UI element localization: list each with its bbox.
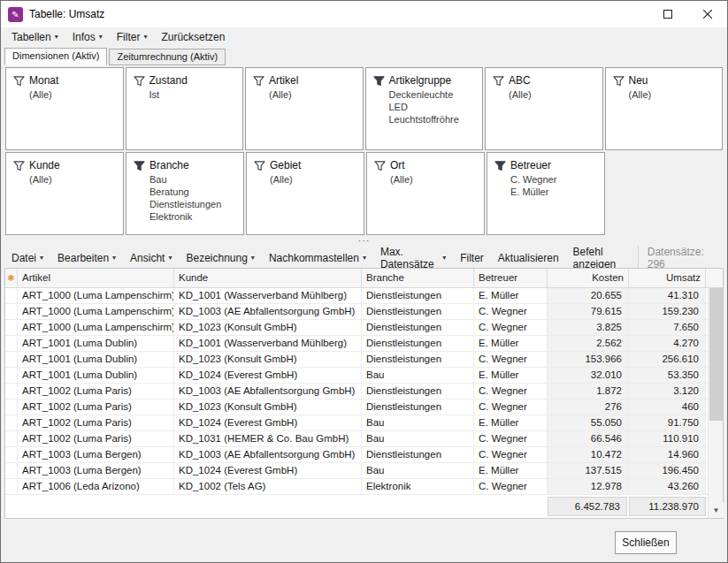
table-row[interactable]: ART_1002 (Luma Paris) KD_1003 (AE Abfall… [5,384,723,399]
dimension-card-artikel[interactable]: Artikel (Alle) [245,67,364,150]
dimension-value: (Alle) [29,88,116,101]
row-selector[interactable] [5,304,18,319]
dimension-card-ort[interactable]: Ort (Alle) [366,152,485,235]
menu-item-filter[interactable]: Filter ▾ [110,27,155,47]
menu-item-zuruecksetzen[interactable]: Zurücksetzen [154,27,232,47]
dimension-values: (Alle) [29,173,116,186]
table-row[interactable]: ART_1001 (Luma Dublin) KD_1023 (Konsult … [5,352,723,368]
dimension-values: (Alle) [390,173,477,186]
row-selector[interactable] [5,368,18,383]
toolbar-item-bezeichnung[interactable]: Bezeichnung ▾ [179,247,261,269]
cell-umsatz: 110.910 [629,431,706,446]
toolbar-item-nachkommastellen[interactable]: Nachkommastellen ▾ [262,247,373,269]
dimension-card-abc[interactable]: ABC (Alle) [485,67,603,150]
cell-kunde: KD_1024 (Everest GmbH) [174,463,362,478]
table-row[interactable]: ART_1003 (Luma Bergen) KD_1003 (AE Abfal… [5,447,723,463]
row-selector[interactable] [5,352,18,367]
cell-umsatz: 159.230 [629,304,706,319]
cell-branche: Bau [362,415,474,430]
app-pen-icon: ✎ [8,7,23,22]
dimension-card-header: Ort [374,159,477,171]
dimension-name: Neu [629,74,648,87]
dimension-value: Dienstleistungen [149,198,236,210]
funnel-icon [13,75,25,87]
column-header-kunde[interactable]: Kunde [174,269,362,287]
table-row[interactable]: ART_1000 (Luma Lampenschirm) KD_1001 (Wa… [5,288,723,304]
row-selector[interactable] [5,415,18,430]
toolbar-item-filter[interactable]: Filter [453,247,491,269]
cell-kosten: 79.615 [548,304,629,319]
vertical-scrollbar[interactable]: ▼ [708,288,723,518]
dimension-card-neu[interactable]: Neu (Alle) [605,67,724,150]
dimension-card-kunde[interactable]: Kunde (Alle) [5,152,124,235]
toolbar-item-befehl-anzeigen[interactable]: Befehl anzeigen [566,247,638,269]
window-title: Tabelle: Umsatz [29,8,104,20]
dimension-row-1: Monat (Alle) Zustand Ist Artikel (Alle) … [5,67,723,150]
table-row[interactable]: ART_1001 (Luma Dublin) KD_1024 (Everest … [5,368,723,384]
record-count: Datensätze: 296 [638,246,720,270]
toolbar-item-bearbeiten[interactable]: Bearbeiten ▾ [50,247,123,269]
table-body: ART_1000 (Luma Lampenschirm) KD_1001 (Wa… [5,288,723,495]
table-row[interactable]: ART_1002 (Luma Paris) KD_1023 (Konsult G… [5,399,723,415]
column-header-branche[interactable]: Branche [362,269,474,287]
row-selector[interactable] [5,431,18,446]
table-row[interactable]: ART_1002 (Luma Paris) KD_1031 (HEMER & C… [5,431,723,447]
toolbar-item-max-datensaetze[interactable]: Max. Datensätze ▾ [373,247,453,269]
toolbar-item-ansicht[interactable]: Ansicht ▾ [123,247,179,269]
menu-item-tabellen[interactable]: Tabellen ▾ [4,27,65,47]
chevron-down-icon: ▾ [143,34,147,41]
funnel-icon [613,75,625,87]
cell-kunde: KD_1002 (Tels AG) [174,479,362,494]
chevron-down-icon: ▾ [112,255,116,262]
table-row[interactable]: ART_1003 (Luma Bergen) KD_1024 (Everest … [5,463,723,479]
window-controls [648,1,727,27]
dimension-value: (Alle) [390,173,477,186]
row-selector[interactable] [5,320,18,335]
row-selector[interactable] [5,384,18,399]
toolbar-item-datei[interactable]: Datei ▾ [4,247,50,269]
dimension-card-artikelgruppe[interactable]: Artikelgruppe DeckenleuchteLEDLeuchtstof… [365,67,484,150]
row-selector[interactable] [5,447,18,462]
column-header-kosten[interactable]: Kosten [548,269,629,287]
table-row[interactable]: ART_1002 (Luma Paris) KD_1024 (Everest G… [5,415,723,431]
table-row[interactable]: ART_1000 (Luma Lampenschirm) KD_1003 (AE… [5,304,723,320]
chevron-down-icon: ▾ [55,34,58,41]
cell-artikel: ART_1006 (Leda Arizono) [18,479,174,494]
maximize-button[interactable] [648,1,687,27]
cell-kosten: 3.825 [548,320,629,335]
dimension-card-branche[interactable]: Branche BauBeratungDienstleistungenElekt… [126,152,244,235]
scrollbar-thumb[interactable] [709,288,723,421]
row-selector[interactable] [5,463,18,478]
menu-item-label: Infos [73,31,96,43]
cell-umsatz: 460 [629,399,706,415]
tab-zeitumrechnung[interactable]: Zeitumrechnung (Aktiv) [109,49,226,65]
table-row[interactable]: ART_1000 (Luma Lampenschirm) KD_1023 (Ko… [5,320,723,336]
row-selector[interactable] [5,288,18,303]
dimension-card-gebiet[interactable]: Gebiet (Alle) [246,152,364,235]
column-header-artikel[interactable]: Artikel [18,269,174,287]
key-asterisk-icon: ✱ [7,274,14,283]
dimension-card-betreuer[interactable]: Betreuer C. WegnerE. Müller [487,152,605,235]
scroll-down-button[interactable]: ▼ [709,503,724,518]
close-dialog-button[interactable]: Schließen [615,531,677,554]
column-header-betreuer[interactable]: Betreuer [474,269,548,287]
close-button[interactable] [687,1,727,27]
menu-item-infos[interactable]: Infos ▾ [65,27,110,47]
funnel-icon [13,160,25,171]
row-selector[interactable] [5,479,18,494]
dimension-card-monat[interactable]: Monat (Alle) [5,67,124,150]
row-selector[interactable] [5,336,18,351]
column-header-umsatz[interactable]: Umsatz [629,269,706,287]
toolbar-item-aktualisieren[interactable]: Aktualisieren [491,247,566,269]
chevron-down-icon: ▾ [99,34,103,41]
toolbar-item-label: Datei [11,252,36,264]
dimension-card-zustand[interactable]: Zustand Ist [126,67,244,150]
cell-umsatz: 14.960 [629,447,706,462]
cell-umsatz: 7.650 [629,320,706,335]
table-row[interactable]: ART_1006 (Leda Arizono) KD_1002 (Tels AG… [5,479,723,495]
tab-dimensionen[interactable]: Dimensionen (Aktiv) [4,48,107,65]
cell-kosten: 2.562 [548,336,629,351]
table-row[interactable]: ART_1001 (Luma Dublin) KD_1001 (Wasserve… [5,336,723,352]
row-selector[interactable] [5,399,18,415]
dimension-value: Ist [149,88,236,101]
